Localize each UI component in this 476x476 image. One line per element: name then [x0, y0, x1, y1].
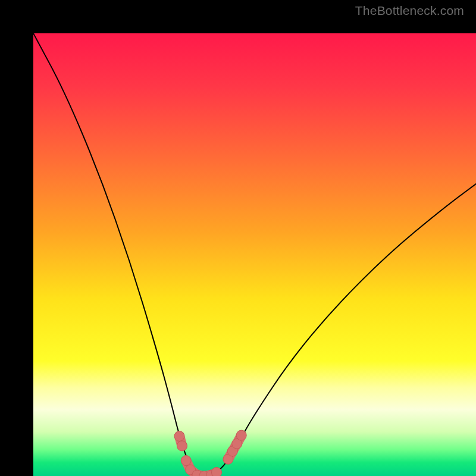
highlight-point	[181, 456, 191, 466]
highlight-point	[177, 441, 187, 451]
highlight-point	[212, 468, 222, 477]
highlight-point	[236, 430, 246, 440]
chart-frame	[0, 0, 476, 476]
bottleneck-curve	[33, 33, 476, 476]
highlight-point	[174, 431, 184, 441]
plot-area	[33, 33, 476, 476]
watermark-text: TheBottleneck.com	[355, 4, 464, 18]
